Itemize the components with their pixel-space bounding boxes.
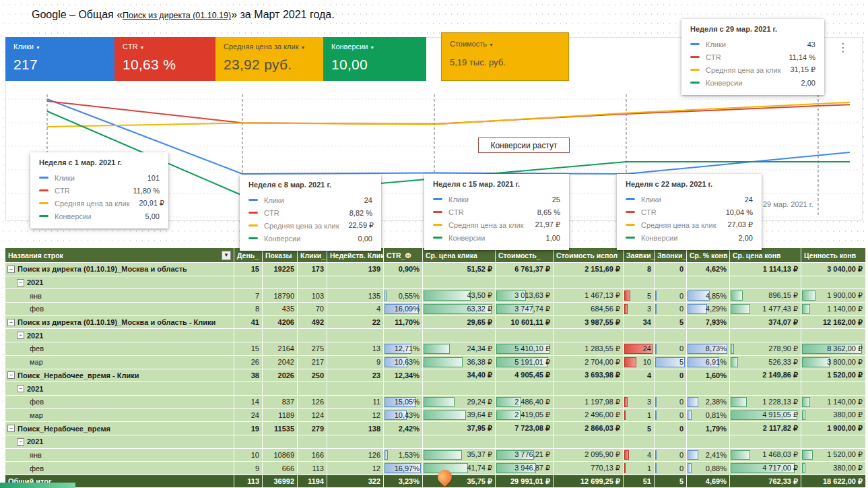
- table-cell[interactable]: 41: [234, 316, 263, 329]
- table-cell[interactable]: 11535: [263, 422, 298, 435]
- table-cell[interactable]: 1189: [263, 409, 298, 422]
- table-cell[interactable]: 43,50 ₽: [423, 289, 496, 302]
- table-cell[interactable]: 1 140,00 ₽: [801, 396, 866, 408]
- table-cell[interactable]: 36,38 ₽: [423, 356, 496, 369]
- table-cell[interactable]: 666: [263, 462, 298, 475]
- table-cell[interactable]: 492: [298, 316, 327, 329]
- scorecard-3[interactable]: Средняя цена за клик▼23,92 руб.: [215, 37, 323, 81]
- table-cell[interactable]: 6,91%: [687, 356, 730, 369]
- collapse-button[interactable]: −: [7, 425, 15, 432]
- table-cell[interactable]: 3 747,74 ₽: [496, 303, 554, 315]
- row-label-cell[interactable]: −Поиск_Нерабочее_время: [5, 422, 234, 435]
- table-cell[interactable]: 1 520,00 ₽: [801, 369, 866, 382]
- table-cell[interactable]: 18790: [263, 289, 298, 302]
- table-cell[interactable]: [263, 435, 298, 448]
- table-cell[interactable]: 34,40 ₽: [423, 369, 496, 382]
- table-cell[interactable]: 1 520,00 ₽: [801, 449, 866, 462]
- table-cell[interactable]: 374,07 ₽: [730, 316, 801, 329]
- table-cell[interactable]: 5: [624, 289, 655, 302]
- table-cell[interactable]: 24: [624, 342, 655, 355]
- row-label-cell[interactable]: −2021: [5, 276, 234, 289]
- table-cell[interactable]: 322: [327, 475, 384, 487]
- table-cell[interactable]: 18 622,00 ₽: [801, 475, 866, 487]
- table-cell[interactable]: [496, 276, 554, 289]
- table-cell[interactable]: 4206: [263, 316, 298, 329]
- table-cell[interactable]: [263, 329, 298, 342]
- row-label-cell[interactable]: фев: [5, 303, 234, 315]
- table-cell[interactable]: 684,56 ₽: [554, 303, 624, 315]
- table-cell[interactable]: 113: [234, 475, 263, 487]
- table-cell[interactable]: 2 149,86 ₽: [730, 369, 801, 382]
- table-cell[interactable]: [687, 435, 730, 448]
- scorecard-4[interactable]: Конверсии▼10,00: [323, 37, 426, 81]
- table-cell[interactable]: 10,63%: [384, 356, 423, 369]
- table-cell[interactable]: 770,13 ₽: [554, 462, 624, 475]
- table-cell[interactable]: [730, 382, 801, 395]
- table-cell[interactable]: [624, 276, 655, 289]
- table-cell[interactable]: 896,15 ₽: [730, 289, 801, 302]
- table-cell[interactable]: [655, 329, 687, 342]
- table-cell[interactable]: [298, 329, 327, 342]
- table-cell[interactable]: [655, 435, 687, 448]
- table-cell[interactable]: 13: [327, 342, 384, 355]
- table-cell[interactable]: 2 496,00 ₽: [554, 409, 624, 422]
- table-cell[interactable]: [384, 435, 423, 448]
- table-cell[interactable]: [263, 276, 298, 289]
- table-cell[interactable]: 10 601,11 ₽: [496, 316, 554, 329]
- table-cell[interactable]: 26: [234, 356, 263, 369]
- table-cell[interactable]: 2 095,90 ₽: [554, 449, 624, 462]
- table-cell[interactable]: 2,42%: [384, 422, 423, 435]
- table-cell[interactable]: 2 151,69 ₽: [554, 263, 624, 276]
- scorecard-2[interactable]: CTR▼10,63 %: [114, 37, 215, 81]
- table-cell[interactable]: 217: [298, 356, 327, 369]
- table-cell[interactable]: [298, 382, 327, 395]
- table-cell[interactable]: 19225: [263, 263, 298, 276]
- table-cell[interactable]: 11: [327, 396, 384, 408]
- table-cell[interactable]: 1 283,55 ₽: [554, 342, 624, 355]
- table-cell[interactable]: 1 140,00 ₽: [801, 303, 866, 315]
- dropdown-caret-icon[interactable]: ▼: [36, 45, 40, 50]
- table-cell[interactable]: 166: [298, 449, 327, 462]
- row-label-cell[interactable]: фев: [5, 396, 234, 408]
- table-cell[interactable]: 4 905,45 ₽: [496, 369, 554, 382]
- table-cell[interactable]: 113: [298, 462, 327, 475]
- table-cell[interactable]: 0: [655, 263, 687, 276]
- table-cell[interactable]: 1 114,13 ₽: [730, 263, 801, 276]
- table-cell[interactable]: [554, 435, 624, 448]
- table-cell[interactable]: 124: [298, 409, 327, 422]
- table-cell[interactable]: 1: [624, 409, 655, 422]
- table-cell[interactable]: 1 900,00 ₽: [801, 289, 866, 302]
- table-cell[interactable]: 10,43%: [384, 409, 423, 422]
- table-cell[interactable]: 4 915,05 ₽: [730, 409, 801, 422]
- table-cell[interactable]: 762,33 ₽: [730, 475, 801, 487]
- table-cell[interactable]: 23: [327, 369, 384, 382]
- table-cell[interactable]: 126: [298, 396, 327, 408]
- table-cell[interactable]: [298, 276, 327, 289]
- table-cell[interactable]: 24: [234, 409, 263, 422]
- scorecard-cost[interactable]: Стоимость▼ 5,19 тыс. руб.: [441, 32, 569, 81]
- table-cell[interactable]: 0,55%: [384, 289, 423, 302]
- table-cell[interactable]: [624, 382, 655, 395]
- table-cell[interactable]: 2,41%: [687, 449, 730, 462]
- collapse-button[interactable]: −: [17, 279, 24, 286]
- table-cell[interactable]: 15,05%: [384, 396, 423, 408]
- row-label-cell[interactable]: −2021: [5, 329, 234, 342]
- table-cell[interactable]: [327, 435, 384, 448]
- table-cell[interactable]: 5 410,10 ₽: [496, 342, 554, 355]
- table-cell[interactable]: 103: [298, 289, 327, 302]
- table-cell[interactable]: 51: [624, 475, 655, 487]
- table-cell[interactable]: 22: [327, 316, 384, 329]
- table-cell[interactable]: 24,34 ₽: [423, 342, 496, 355]
- table-cell[interactable]: [327, 382, 384, 395]
- table-cell[interactable]: 5: [624, 422, 655, 435]
- table-cell[interactable]: 8: [624, 263, 655, 276]
- table-cell[interactable]: [687, 329, 730, 342]
- table-cell[interactable]: 0: [655, 462, 687, 475]
- table-cell[interactable]: 278,90 ₽: [730, 342, 801, 355]
- collapse-button[interactable]: −: [17, 385, 24, 392]
- table-cell[interactable]: [327, 329, 384, 342]
- table-cell[interactable]: 15: [234, 263, 263, 276]
- table-cell[interactable]: 1: [624, 462, 655, 475]
- table-cell[interactable]: 0: [655, 342, 687, 355]
- scorecard-1[interactable]: Клики▼217: [5, 37, 114, 81]
